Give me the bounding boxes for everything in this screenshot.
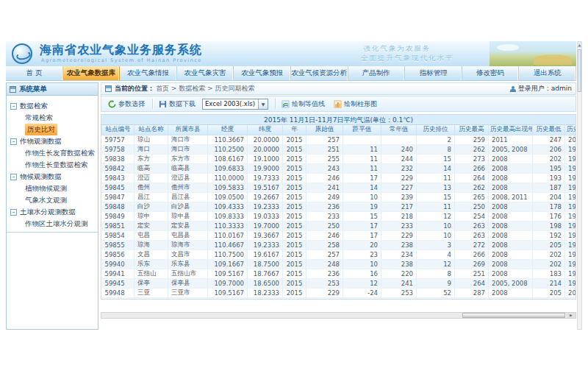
- table-cell: 昌江: [135, 192, 168, 202]
- column-header: 历史排位: [417, 125, 455, 135]
- format-select[interactable]: Excel 2003(.xls) ▼: [202, 99, 268, 110]
- table-cell: 108.6167: [208, 154, 248, 163]
- table-cell: 保亭: [135, 278, 168, 288]
- table-cell: 59847: [102, 192, 135, 202]
- tree-child-item[interactable]: 作物生长量数据检索: [25, 160, 88, 169]
- table-row[interactable]: 59758海口海口市110.250020.0000201525111240826…: [102, 144, 577, 154]
- table-cell: 乐东县: [168, 259, 208, 269]
- table-cell: 195: [533, 163, 565, 173]
- app-window: 海南省农业气象业务服务系统 Agrometeorological System …: [6, 41, 582, 330]
- nav-item[interactable]: 农业气象数据库: [63, 66, 121, 80]
- table-row[interactable]: 59851定安定安县110.333319.7000201525017233102…: [102, 221, 577, 230]
- collapse-icon[interactable]: –: [10, 103, 17, 110]
- table-cell: 2015: [283, 144, 306, 154]
- nav-item[interactable]: 退出系统: [519, 66, 576, 80]
- table-cell: 2: [417, 135, 455, 144]
- table-cell: 13: [343, 297, 381, 300]
- collapse-icon[interactable]: –: [10, 174, 17, 180]
- table-cell: 2015: [283, 297, 306, 300]
- table-cell: 59845: [102, 183, 135, 192]
- table-cell: 59838: [102, 154, 135, 163]
- table-row[interactable]: 59855琼海琼海市110.466719.2333201525820238327…: [102, 240, 577, 250]
- collapse-icon[interactable]: –: [10, 138, 17, 145]
- sidebar-title: 系统菜单: [19, 85, 47, 94]
- tree-child-item[interactable]: 土壤水文物理特性: [25, 231, 81, 233]
- hscroll-right-arrow-icon[interactable]: ▶: [567, 313, 576, 318]
- chevron-down-icon[interactable]: ▼: [258, 99, 268, 109]
- tree-child-item[interactable]: 作物区土壤水分观测: [25, 219, 88, 227]
- tree-child-item[interactable]: 作物生长发育数据检索: [25, 149, 95, 157]
- collapse-icon[interactable]: –: [10, 209, 17, 216]
- table-cell: 1970: [565, 211, 577, 221]
- table-cell: 263: [455, 230, 489, 240]
- tree-child-item[interactable]: 常规检索: [25, 113, 53, 121]
- menu-icon: [10, 86, 16, 93]
- nav-item[interactable]: 指标管理: [405, 66, 462, 80]
- tree-parent-item[interactable]: –物候观测数据: [10, 171, 96, 183]
- table-row[interactable]: 59845儋州儋州市109.583319.5167201524114227132…: [102, 183, 577, 192]
- table-cell: 屯昌: [135, 230, 168, 240]
- table-row[interactable]: 59856文昌文昌市110.750019.6167201525723234426…: [102, 250, 577, 259]
- table-cell: 202: [533, 250, 565, 259]
- vscroll-thumb[interactable]: [578, 49, 581, 92]
- hscroll-thumb[interactable]: [462, 313, 565, 318]
- table-cell: 1970: [565, 163, 577, 173]
- tree-child-item[interactable]: 植物物候观测: [25, 184, 67, 192]
- table-cell: -24: [343, 288, 381, 297]
- tree-child-item[interactable]: 历史比对: [25, 124, 57, 135]
- table-cell: 1970: [565, 183, 577, 192]
- table-cell: 2010: [565, 288, 577, 297]
- nav-item[interactable]: 修改密码: [462, 66, 520, 80]
- tree-parent-item[interactable]: –土壤水分观测数据: [10, 206, 96, 218]
- table-cell: 264: [455, 278, 489, 288]
- table-row[interactable]: 59847昌江昌江县109.050019.2667201524910239152…: [102, 192, 577, 202]
- table-cell: 176: [533, 211, 565, 221]
- table-cell: 19.2333: [248, 240, 283, 250]
- table-cell: 1970: [565, 173, 577, 183]
- draw-barchart-button[interactable]: 绘制柱形图: [331, 99, 379, 110]
- vscroll-up-arrow-icon[interactable]: ▲: [578, 42, 581, 48]
- table-row[interactable]: 59843澄迈澄迈县110.000019.7333201524617229112…: [102, 173, 577, 183]
- tree-parent-item[interactable]: –数据检索: [10, 100, 96, 112]
- table-row[interactable]: 59838东方东方市108.616719.1000201525511244152…: [102, 154, 577, 163]
- nav-item[interactable]: 农业气象灾害: [177, 66, 234, 80]
- table-row[interactable]: 59940乐东乐东县109.166718.7500201524810238122…: [102, 259, 577, 269]
- vertical-scrollbar[interactable]: ▲: [577, 41, 582, 330]
- toolbar: 参数选择 数据下载 Excel 2003(.xls) ▼: [101, 96, 576, 112]
- tree-child-item[interactable]: 气象水文观测: [25, 196, 67, 204]
- table-cell: 59758: [102, 144, 135, 154]
- table-row[interactable]: 59854屯昌屯昌县110.016719.3667201524617229102…: [102, 230, 577, 240]
- table-cell: 217: [381, 202, 417, 211]
- table-row[interactable]: 59757琼山海口市110.366720.0000201525722592011…: [102, 135, 577, 144]
- table-cell: 110.3667: [208, 297, 248, 300]
- table-row[interactable]: 59951万宁万宁市110.366718.8000201525613243927…: [102, 297, 577, 300]
- table-cell: 2008: [489, 221, 533, 230]
- column-header: 历史最低: [533, 125, 565, 135]
- app-subtitle: Agrometeorological System of Hainan Prov…: [41, 57, 202, 63]
- table-row[interactable]: 59842临高临高县109.683319.9000201524311232142…: [102, 163, 577, 173]
- horizontal-scrollbar[interactable]: ▶: [101, 312, 576, 319]
- table-row[interactable]: 59941五指山五指山市109.516718.76672015236162208…: [102, 269, 577, 278]
- tree-parent-item[interactable]: –作物观测数据: [10, 135, 96, 147]
- table-cell: 59941: [102, 269, 135, 278]
- table-row[interactable]: 59848白沙白沙县109.433319.2333201523619217112…: [102, 202, 577, 211]
- nav-item[interactable]: 农业气象情报: [120, 66, 177, 80]
- table-row[interactable]: 59849琼中琼中县109.833319.0333201523315218122…: [102, 211, 577, 221]
- table-cell: 239: [381, 192, 417, 202]
- table-row[interactable]: 59945保亭保亭县109.700018.6500201525312241926…: [102, 278, 577, 288]
- table-cell: 万宁: [135, 297, 168, 300]
- table-title: 2015年 11月1日-11月7日平均气温(单位：0.1℃): [101, 115, 576, 125]
- nav-item[interactable]: 农业气象预报: [234, 66, 291, 80]
- table-cell: 11: [343, 144, 381, 154]
- param-select-button[interactable]: 参数选择: [106, 99, 147, 110]
- nav-item[interactable]: 农业气候资源分析: [291, 66, 348, 80]
- table-row[interactable]: 59948三亚三亚市109.516718.23332015229-2425352…: [102, 288, 577, 297]
- toolbar-separator: [275, 99, 276, 109]
- nav-item[interactable]: 首 页: [6, 66, 63, 80]
- data-download-button[interactable]: 数据下载: [157, 99, 198, 110]
- banner-slogan: 强化气象为农服务 全面提升气象现代化水平: [340, 43, 454, 63]
- nav-item[interactable]: 产品制作: [348, 66, 406, 80]
- table-cell: 1970: [565, 230, 577, 240]
- table-cell: 258: [306, 240, 343, 250]
- draw-contour-button[interactable]: 绘制等值线: [279, 99, 327, 110]
